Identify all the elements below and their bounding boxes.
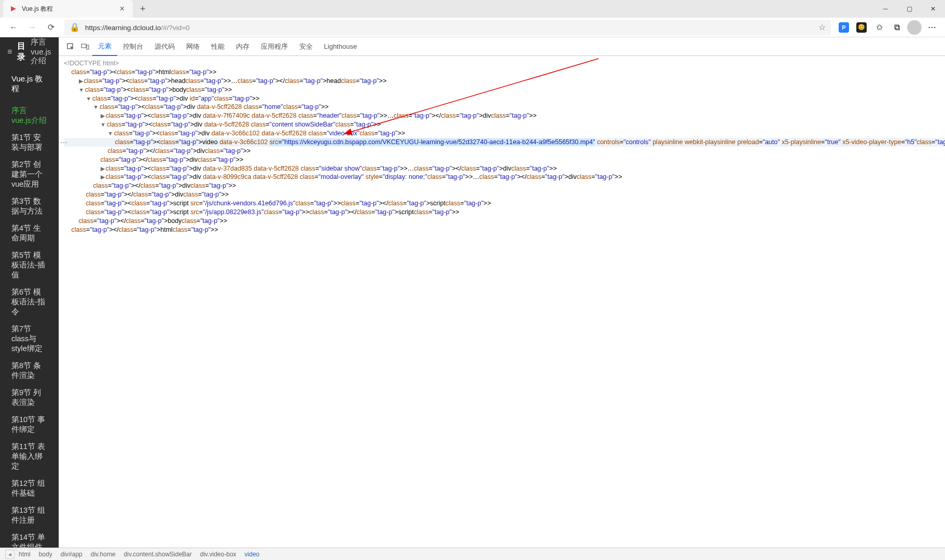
sidebar-section-title: Vue.js 教程 xyxy=(0,66,59,102)
dom-node[interactable]: class="tag-p"></class="tag-p">divclass="… xyxy=(64,181,945,190)
dom-node[interactable]: ▶class="tag-p"><class="tag-p">div data-v… xyxy=(64,111,945,120)
new-tab-button[interactable]: + xyxy=(133,4,153,15)
dom-breadcrumb: ◂ htmlbodydiv#appdiv.homediv.content.sho… xyxy=(0,548,945,560)
devtools-tab[interactable]: 性能 xyxy=(205,37,230,56)
sidebar-item[interactable]: 第10节 事件绑定 xyxy=(0,411,59,438)
address-bar: ← → ⟳ 🔒 https://learning.dcloud.io/#/?vi… xyxy=(0,18,945,37)
back-button[interactable]: ← xyxy=(4,18,23,37)
svg-rect-1 xyxy=(81,44,86,48)
favorites-button[interactable]: ✩ xyxy=(870,19,888,36)
tab-title: Vue.js 教程 xyxy=(22,5,118,13)
extension-1[interactable]: P xyxy=(835,19,853,36)
sidebar-item[interactable]: 第1节 安装与部署 xyxy=(0,129,59,156)
devtools-panel: 元素控制台源代码网络性能内存应用程序安全Lighthouse ⚙ ⋯ ✕ <!D… xyxy=(59,37,945,548)
window-controls: ─ ▢ ✕ xyxy=(873,0,945,18)
devtools-tabs: 元素控制台源代码网络性能内存应用程序安全Lighthouse ⚙ ⋯ ✕ xyxy=(59,37,945,56)
sidebar-item[interactable]: 第2节 创建第一个vue应用 xyxy=(0,156,59,193)
sidebar-item[interactable]: 序言 vue.js介绍 xyxy=(0,102,59,129)
sidebar-item[interactable]: 第4节 生命周期 xyxy=(0,220,59,247)
dom-node[interactable]: ▼class="tag-p"><class="tag-p">div data-v… xyxy=(64,120,945,129)
more-button[interactable]: ⋯ xyxy=(923,19,941,36)
sidebar-item[interactable]: 第3节 数据与方法 xyxy=(0,193,59,220)
sidebar-title: 目录 xyxy=(17,41,25,63)
device-icon[interactable] xyxy=(78,39,92,54)
breadcrumb-item[interactable]: div.video-box xyxy=(196,551,241,558)
sidebar-item[interactable]: 第7节 class与style绑定 xyxy=(0,320,59,357)
url-field[interactable]: 🔒 https://learning.dcloud.io/#/?vid=0 ☆ xyxy=(64,20,831,35)
dom-node[interactable]: class="tag-p"></class="tag-p">divclass="… xyxy=(64,156,945,164)
sidebar-item[interactable]: 第9节 列表渲染 xyxy=(0,384,59,411)
dom-node[interactable]: ▶class="tag-p"><class="tag-p">div data-v… xyxy=(64,164,945,173)
url-text: https://learning.dcloud.io/#/?vid=0 xyxy=(85,23,190,32)
dom-node[interactable]: class="tag-p"><class="tag-p">script src=… xyxy=(64,199,945,208)
devtools-tab[interactable]: 网络 xyxy=(180,37,205,56)
refresh-button[interactable]: ⟳ xyxy=(41,18,60,37)
sidebar-item[interactable]: 第5节 模板语法-插值 xyxy=(0,247,59,284)
devtools-tab[interactable]: Lighthouse xyxy=(318,37,363,56)
profile-button[interactable] xyxy=(906,19,923,36)
dom-node[interactable]: class="tag-p"></class="tag-p">bodyclass=… xyxy=(64,217,945,226)
dom-node[interactable]: ▼class="tag-p"><class="tag-p">div id="ap… xyxy=(64,94,945,103)
close-icon[interactable]: × xyxy=(118,4,127,13)
devtools-tab[interactable]: 控制台 xyxy=(117,37,149,56)
breadcrumb-item[interactable]: video xyxy=(241,551,264,558)
sidebar-header: ≡ 目录 序言 vue.js介绍 xyxy=(0,37,59,66)
maximize-button[interactable]: ▢ xyxy=(897,0,921,18)
breadcrumb-item[interactable]: div.content.showSideBar xyxy=(120,551,196,558)
devtools-tab[interactable]: 内存 xyxy=(230,37,255,56)
dom-node[interactable]: class="tag-p"></class="tag-p">divclass="… xyxy=(64,147,945,156)
tab-favicon xyxy=(9,5,18,13)
lock-icon: 🔒 xyxy=(70,22,80,32)
devtools-tab[interactable]: 安全 xyxy=(294,37,318,56)
sidebar-item[interactable]: 第13节 组件注册 xyxy=(0,502,59,529)
sidebar-breadcrumb: 序言 vue.js介绍 xyxy=(31,37,51,66)
sidebar-item[interactable]: 第11节 表单输入绑定 xyxy=(0,438,59,475)
devtools-tab[interactable]: 元素 xyxy=(92,37,117,56)
breadcrumb-item[interactable]: body xyxy=(35,551,57,558)
collections-button[interactable]: ⧉ xyxy=(888,19,906,36)
dom-node[interactable]: ▼class="tag-p"><class="tag-p">bodyclass=… xyxy=(64,86,945,94)
dom-node[interactable]: class="tag-p"></class="tag-p">htmlclass=… xyxy=(64,226,945,234)
breadcrumb-item[interactable]: div.home xyxy=(87,551,120,558)
inspect-icon[interactable] xyxy=(63,39,78,54)
dom-node[interactable]: ▼class="tag-p"><class="tag-p">div data-v… xyxy=(64,103,945,111)
dom-node[interactable]: class="tag-p"><class="tag-p">script src=… xyxy=(64,208,945,217)
devtools-tab[interactable]: 源代码 xyxy=(149,37,180,56)
breadcrumb-item[interactable]: div#app xyxy=(57,551,87,558)
extension-2[interactable]: 😊 xyxy=(853,19,870,36)
dom-tree[interactable]: <!DOCTYPE html>class="tag-p"><class="tag… xyxy=(59,56,945,548)
breadcrumb-item[interactable]: html xyxy=(15,551,35,558)
menu-icon[interactable]: ≡ xyxy=(7,47,12,57)
window-titlebar: Vue.js 教程 × + ─ ▢ ✕ xyxy=(0,0,945,18)
dom-node[interactable]: class="tag-p"></class="tag-p">divclass="… xyxy=(64,190,945,199)
sidebar-item[interactable]: 第8节 条件渲染 xyxy=(0,357,59,384)
dom-node[interactable]: ▼class="tag-p"><class="tag-p">div data-v… xyxy=(64,129,945,138)
sidebar-item[interactable]: 第6节 模板语法-指令 xyxy=(0,284,59,320)
dom-node[interactable]: ▶class="tag-p"><class="tag-p">div data-v… xyxy=(64,173,945,181)
sidebar-item[interactable]: 第12节 组件基础 xyxy=(0,475,59,502)
devtools-tab[interactable]: 应用程序 xyxy=(255,37,294,56)
forward-button[interactable]: → xyxy=(23,18,41,37)
favorite-icon[interactable]: ☆ xyxy=(818,22,826,32)
page-sidebar: ≡ 目录 序言 vue.js介绍 Vue.js 教程 序言 vue.js介绍第1… xyxy=(0,37,59,548)
svg-rect-2 xyxy=(87,45,89,49)
minimize-button[interactable]: ─ xyxy=(873,0,897,18)
close-button[interactable]: ✕ xyxy=(921,0,945,18)
dom-node[interactable]: class="tag-p"><class="tag-p">htmlclass="… xyxy=(64,68,945,77)
dom-node[interactable]: ▶class="tag-p"><class="tag-p">headclass=… xyxy=(64,77,945,86)
browser-tab[interactable]: Vue.js 教程 × xyxy=(3,0,133,18)
dom-node[interactable]: ⋯class="tag-p"><class="tag-p">video data… xyxy=(64,138,945,147)
breadcrumb-scroll-left[interactable]: ◂ xyxy=(5,550,15,559)
